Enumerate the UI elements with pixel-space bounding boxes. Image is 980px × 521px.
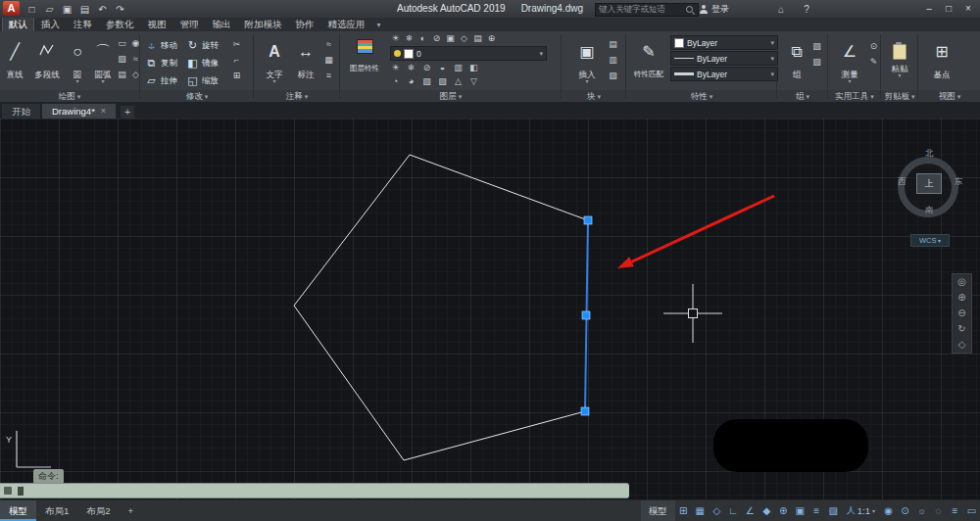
showmotion-icon[interactable]: ◇ [958, 339, 966, 351]
group-button[interactable]: ⧉ 组 [784, 34, 809, 79]
deco-icon[interactable]: ▧ [421, 76, 432, 86]
tab-annotate[interactable]: 注释 [67, 18, 99, 31]
deco-icon[interactable]: ⊕ [486, 33, 497, 43]
grip[interactable] [584, 216, 592, 224]
help-icon[interactable]: ? [800, 4, 813, 15]
panel-layers[interactable]: 图层 [341, 90, 561, 102]
panel-clipboard[interactable]: 剪贴板 [882, 90, 917, 102]
deco-icon[interactable]: ▤ [472, 33, 483, 43]
panel-view[interactable]: 视图 [919, 90, 980, 102]
workspace-switch-icon[interactable]: ☼ [913, 500, 930, 521]
lineweight-icon[interactable]: ≡ [808, 500, 825, 521]
deco-icon[interactable]: ⊙ [868, 41, 879, 51]
insert-block-button[interactable]: ▣ 插入 [570, 34, 604, 84]
command-customize-icon[interactable] [4, 487, 12, 495]
copy-button[interactable]: ⧉复制 [145, 57, 177, 70]
deco-icon[interactable]: ☀ [390, 63, 401, 72]
deco-icon[interactable]: ⌐ [231, 55, 242, 65]
sign-in-button[interactable]: 登录 [700, 0, 729, 18]
deco-icon[interactable]: ▨ [117, 54, 127, 64]
minimize-button[interactable]: – [919, 1, 939, 17]
match-properties-button[interactable]: ✎ 特性匹配 [631, 34, 666, 79]
layer-properties-button[interactable]: 图层特性 [345, 34, 384, 73]
paste-button[interactable]: 粘贴 [886, 34, 913, 78]
tab-manage[interactable]: 管理 [173, 18, 206, 31]
panel-utilities[interactable]: 实用工具 [829, 90, 880, 102]
model-tab[interactable]: 模型 [0, 500, 36, 521]
close-button[interactable]: × [958, 1, 978, 17]
mirror-button[interactable]: ◧镜像 [186, 57, 219, 70]
ortho-icon[interactable]: ∟ [725, 500, 742, 521]
deco-icon[interactable]: ≡ [323, 71, 334, 80]
tab-featured-apps[interactable]: 精选应用 [321, 18, 372, 31]
isodraft-icon[interactable]: ◆ [759, 500, 775, 521]
deco-icon[interactable]: ▣ [445, 33, 456, 43]
search-icon[interactable] [686, 6, 695, 15]
deco-icon[interactable]: △ [453, 76, 464, 86]
customize-icon[interactable]: ≡ [947, 500, 963, 521]
new-drawing-tab-button[interactable] [121, 106, 134, 118]
layer-dropdown[interactable]: 0 [390, 46, 547, 61]
deco-icon[interactable]: ◒ [437, 63, 448, 72]
grid-icon[interactable]: ⊞ [675, 500, 692, 521]
new-file-icon[interactable]: □ [25, 4, 38, 15]
orbit-icon[interactable]: ↻ [957, 323, 965, 335]
line-button[interactable]: ╱ 直线 [2, 34, 27, 79]
exchange-apps-icon[interactable]: ⌂ [774, 4, 788, 15]
autocad-logo-button[interactable]: A [3, 1, 20, 16]
model-space-button[interactable]: 模型 [641, 500, 675, 521]
command-input[interactable] [0, 483, 629, 498]
viewcube-south[interactable]: 南 [919, 205, 939, 216]
scale-button[interactable]: ◱缩放 [186, 74, 219, 87]
panel-modify[interactable]: 修改 [141, 90, 253, 102]
move-button[interactable]: 移动 [145, 39, 177, 52]
tab-insert[interactable]: 插入 [34, 18, 67, 31]
deco-icon[interactable]: ▤ [608, 39, 618, 49]
maximize-button[interactable]: □ [939, 1, 958, 17]
deco-icon[interactable]: ▧ [811, 41, 822, 51]
snap-icon[interactable]: ▦ [692, 500, 709, 521]
dimension-button[interactable]: ↔ 标注 [292, 34, 319, 79]
navigation-wheel-icon[interactable]: ◎ [957, 276, 966, 288]
viewcube-west[interactable]: 西 [894, 176, 909, 188]
deco-icon[interactable]: ▤ [117, 70, 127, 79]
selection-cycling-icon[interactable]: ◉ [880, 500, 897, 521]
deco-icon[interactable]: ❄ [404, 33, 415, 43]
polar-tracking-icon[interactable]: ∠ [742, 500, 759, 521]
file-tab-start[interactable]: 开始 [2, 104, 40, 118]
arc-button[interactable]: ⌒ 圆弧 [90, 34, 116, 84]
deco-icon[interactable]: ❄ [406, 63, 416, 72]
add-layout-button[interactable] [120, 500, 143, 521]
polyline-button[interactable]: 多段线 [29, 34, 65, 79]
deco-icon[interactable]: ✂ [231, 39, 242, 49]
panel-block[interactable]: 块 [563, 90, 625, 102]
search-input[interactable]: 键入关键字或短语 [595, 3, 699, 17]
deco-icon[interactable]: ⊘ [421, 63, 432, 72]
tab-collaborate[interactable]: 协作 [289, 18, 321, 31]
file-tab-drawing4[interactable]: Drawing4* [42, 104, 116, 118]
panel-draw[interactable]: 绘图 [0, 90, 139, 102]
clean-screen-icon[interactable]: ▭ [963, 500, 980, 521]
grip[interactable] [582, 311, 590, 319]
pan-icon[interactable]: ⊕ [957, 292, 965, 304]
drawing-canvas[interactable]: Y [0, 118, 980, 499]
deco-icon[interactable]: ▽ [468, 76, 479, 86]
tab-view[interactable]: 视图 [141, 18, 173, 31]
deco-icon[interactable]: ◔ [390, 76, 401, 86]
text-button[interactable]: A 文字 [261, 34, 288, 84]
deco-icon[interactable]: ⊘ [431, 33, 442, 43]
deco-icon[interactable]: ▥ [608, 55, 618, 65]
viewcube-north[interactable]: 北 [919, 148, 939, 160]
deco-icon[interactable]: ◕ [406, 76, 416, 86]
drawing-area[interactable]: Y 北 西 东 南 上 WCS ◎⊕⊖↻◇ [0, 118, 980, 499]
object-snap-icon[interactable]: ▣ [792, 500, 808, 521]
transparency-icon[interactable]: ▨ [825, 500, 842, 521]
viewcube-east[interactable]: 东 [951, 176, 966, 188]
annotation-scale-button[interactable]: 人 1:1 [842, 500, 880, 521]
measure-button[interactable]: ∠ 测量 [835, 34, 864, 84]
base-point-button[interactable]: ⊞ 基点 [927, 34, 956, 79]
annotation-monitor-icon[interactable]: ⊙ [897, 500, 913, 521]
layout1-tab[interactable]: 布局1 [36, 500, 77, 521]
wcs-dropdown[interactable]: WCS [910, 234, 950, 247]
close-tab-icon[interactable] [101, 104, 106, 118]
